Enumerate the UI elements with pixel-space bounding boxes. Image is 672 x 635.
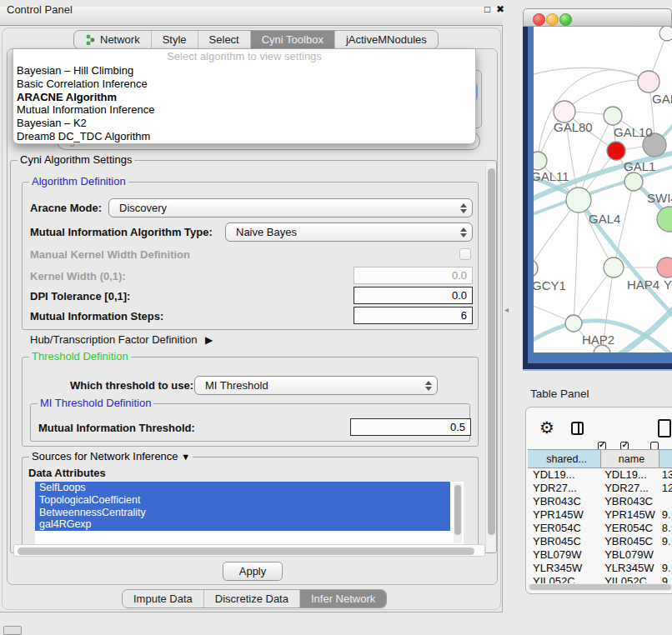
table-cell: YIL052C [601,575,659,583]
float-window-icon[interactable]: □ [484,3,490,15]
algorithm-option[interactable]: Bayesian – Hill Climbing [13,64,475,78]
attributes-scrollbar[interactable] [454,483,462,543]
attribute-list-item[interactable]: TopologicalCoefficient [35,494,450,507]
tab-network[interactable]: Network [74,31,151,48]
sources-title: Sources for Network Inference [32,450,178,462]
tab-style-label: Style [163,33,187,46]
table-row[interactable]: YDL19...YDL19...13 [528,468,672,482]
table-cell: YDL19... [528,468,601,482]
network-node[interactable] [565,315,582,332]
network-view-canvas[interactable]: GALGAL80GAL10GAL1GAL11SWI4GAL4GCY1HAP4YH… [530,27,672,352]
algorithm-option[interactable]: Mutual Information Inference [13,103,475,117]
network-node-label: Y [664,278,672,292]
table-row[interactable]: YLR345WYLR345W9. [528,562,672,575]
tab-style[interactable]: Style [151,31,198,48]
panel-corner-button[interactable] [3,626,22,635]
attribute-list-item[interactable]: SelfLoops [35,482,450,494]
bottom-tabbar: Impute Data Discretize Data Infer Networ… [122,589,387,608]
algorithm-option[interactable]: Basic Correlation Inference [13,78,475,91]
tab-cyni-toolbox[interactable]: Cyni Toolbox [250,31,334,48]
tab-infer-network[interactable]: Infer Network [299,590,386,608]
close-traffic-light[interactable] [533,13,545,26]
network-node[interactable] [604,258,624,278]
network-node[interactable] [607,142,625,160]
network-node[interactable] [657,207,672,232]
network-window-frame [523,363,672,369]
tab-network-label: Network [100,33,140,46]
table-cell: YLR345W [528,562,601,575]
sources-collapse-toggle[interactable]: Sources for Network Inference ▼ [29,450,193,462]
stepper-icon [459,227,467,238]
settings-hscrollbar[interactable] [13,544,485,557]
splitter-collapse-arrow[interactable]: ◂ [504,305,509,314]
table-cell: YER054C [601,522,659,535]
document-icon[interactable] [658,419,671,438]
attribute-list-item[interactable]: gal4RGexp [35,518,450,531]
network-node-label: GAL80 [554,120,593,134]
table-row[interactable]: YBR043CYBR043C [528,495,672,508]
algorithm-option[interactable]: Dream8 DC_TDC Algorithm [13,130,475,143]
table-cell: YDR27... [601,482,659,495]
column-header-partial[interactable]: A [659,450,672,468]
network-node[interactable] [604,107,622,125]
network-node[interactable] [566,188,591,212]
mi-type-value: Naive Bayes [236,226,297,238]
attributes-scrollbar-thumb[interactable] [454,485,461,535]
aracne-mode-combo[interactable]: Discovery [108,198,473,218]
settings-scrollbar[interactable] [485,163,496,552]
gear-icon[interactable]: ⚙ [539,419,554,436]
column-view-icon[interactable] [571,422,584,435]
settings-hscrollbar-thumb[interactable] [18,548,474,555]
mi-threshold-group-title: MI Threshold Definition [38,397,153,409]
network-node-label: GAL10 [614,125,653,139]
network-window-titlebar[interactable] [523,8,672,27]
mi-steps-field[interactable]: 6 [354,307,473,324]
algorithm-definition-title: Algorithm Definition [29,175,128,188]
tab-discretize-data[interactable]: Discretize Data [203,590,299,608]
kernel-width-field[interactable]: 0.0 [354,267,473,284]
manual-kernel-checkbox[interactable] [459,248,471,260]
dpi-tolerance-field[interactable]: 0.0 [354,287,473,304]
network-svg: GALGAL80GAL10GAL1GAL11SWI4GAL4GCY1HAP4YH… [530,27,672,352]
tab-jactivemnodules[interactable]: jActiveMNodules [334,31,438,48]
tab-discretize-data-label: Discretize Data [215,592,288,605]
table-row[interactable]: YPR145WYPR145W9. [528,508,672,522]
table-row[interactable]: YBR045CYBR045C9. [528,535,672,548]
mi-type-combo[interactable]: Naive Bayes [225,222,473,242]
column-header-name[interactable]: name [601,450,659,468]
minimize-traffic-light[interactable] [546,13,559,26]
which-threshold-combo[interactable]: MI Threshold [194,376,438,395]
network-node[interactable] [624,172,643,191]
table-row[interactable]: YBL079WYBL079W [528,548,672,562]
stepper-icon [459,202,467,214]
algorithm-option[interactable]: Bayesian – K2 [13,117,475,130]
algorithm-popup-list: Bayesian – Hill ClimbingBasic Correlatio… [13,64,475,143]
table-cell: 9. [659,508,672,522]
apply-button[interactable]: Apply [223,562,283,581]
network-node[interactable] [657,258,672,278]
attribute-list-item[interactable]: BetweennessCentrality [35,507,450,519]
network-node-label: SWI4 [647,191,672,205]
column-header-shared[interactable]: shared... [528,450,601,468]
mi-threshold-field[interactable]: 0.5 [350,418,471,436]
hub-definition-expander[interactable]: Hub/Transcription Factor Definition ▶ [30,333,213,346]
network-node-label: GAL4 [589,212,620,226]
table-row[interactable]: YIL052CYIL052C9 [528,575,672,583]
table-hscrollbar[interactable] [528,583,672,591]
settings-scrollbar-thumb[interactable] [488,168,495,535]
tab-impute-data[interactable]: Impute Data [123,590,203,608]
table-cell: 9. [659,535,672,548]
algorithm-option[interactable]: ARACNE Algorithm [13,91,475,104]
zoom-traffic-light[interactable] [559,13,572,26]
table-row[interactable]: YER054CYER054C8. [528,522,672,535]
network-node[interactable] [659,27,672,41]
tab-select[interactable]: Select [198,31,250,48]
table-cell: 9 [659,575,672,583]
table-row[interactable]: YDR27...YDR27...12 [528,482,672,495]
close-window-icon[interactable]: ✖ [496,3,504,15]
table-hscrollbar-thumb[interactable] [529,584,671,590]
which-threshold-value: MI Threshold [205,379,268,392]
network-node[interactable] [638,71,659,92]
expand-arrow-icon: ▶ [205,334,213,346]
stepper-icon [424,380,432,392]
